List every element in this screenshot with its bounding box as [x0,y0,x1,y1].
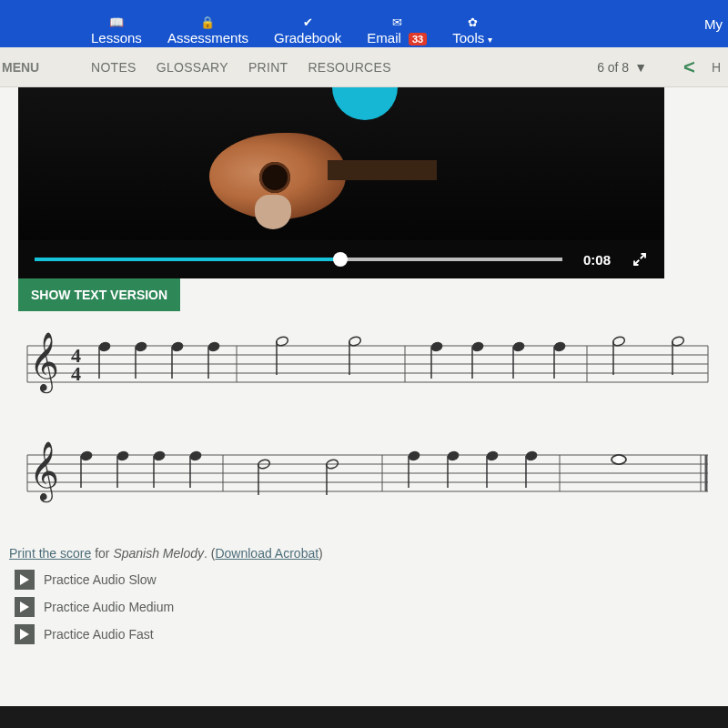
nav-email[interactable]: ✉ Email 33 [367,2,427,46]
nav-tools[interactable]: ✿ Tools ▾ [452,2,492,46]
audio-row-slow: Practice Audio Slow [15,570,728,590]
scrubber-thumb[interactable] [333,252,348,267]
svg-marker-71 [20,574,29,585]
staff-line-1: 𝄞 4 4 [18,328,710,400]
caret-down-icon: ▾ [488,35,492,45]
svg-point-65 [486,450,499,461]
svg-point-31 [553,341,566,352]
menu-button[interactable]: MENU [0,60,55,75]
secondary-tabs: NOTES GLOSSARY PRINT RESOURCES [91,60,391,75]
page-label: 6 of 8 [597,60,629,75]
caret-down-icon: ▼ [634,60,647,75]
svg-point-61 [408,450,420,461]
audio-label-medium: Practice Audio Medium [44,600,174,614]
check-icon: ✔ [303,15,313,28]
audio-label-slow: Practice Audio Slow [44,572,157,587]
svg-point-49 [80,450,93,461]
next-page-button[interactable]: H [712,60,721,75]
email-badge: 33 [409,33,427,46]
gear-icon: ✿ [468,15,478,28]
video-frame [18,87,664,240]
secondary-navigation: MENU NOTES GLOSSARY PRINT RESOURCES 6 of… [0,47,728,87]
nav-lessons[interactable]: 📖 Lessons [91,2,142,46]
staff-line-2: 𝄞 [18,437,710,510]
svg-point-13 [98,341,111,352]
prev-page-button[interactable]: < [683,56,695,79]
svg-point-53 [153,450,166,461]
svg-point-17 [171,341,184,352]
svg-point-25 [430,341,443,352]
svg-point-67 [525,450,538,461]
nav-lessons-label: Lessons [91,30,142,46]
svg-text:𝄞: 𝄞 [29,441,59,503]
nav-tools-label: Tools ▾ [452,30,492,46]
svg-point-15 [135,341,147,352]
play-button-medium[interactable] [15,597,35,617]
bottom-bezel [0,706,728,728]
print-score-link[interactable]: Print the score [9,546,91,561]
svg-point-29 [512,341,525,352]
svg-text:4: 4 [71,362,81,385]
tab-glossary[interactable]: GLOSSARY [157,60,228,75]
nav-gradebook-label: Gradebook [274,30,341,46]
svg-point-51 [116,450,129,461]
svg-point-19 [207,341,220,352]
svg-point-55 [189,450,202,461]
video-controls: 0:08 [18,240,664,278]
svg-point-27 [471,341,484,352]
envelope-icon: ✉ [392,15,402,28]
score-meta: Print the score for Spanish Melody. (Dow… [9,546,728,561]
tab-notes[interactable]: NOTES [91,60,136,75]
music-score: 𝄞 4 4 [18,328,710,510]
video-time: 0:08 [577,252,617,268]
play-button-fast[interactable] [15,624,35,644]
tab-print[interactable]: PRINT [248,60,288,75]
svg-text:𝄞: 𝄞 [29,332,59,394]
nav-gradebook[interactable]: ✔ Gradebook [274,2,341,46]
nav-my[interactable]: My [704,16,723,32]
svg-point-70 [616,456,622,463]
top-navigation: 📖 Lessons 🔒 Assessments ✔ Gradebook ✉ Em… [0,0,728,47]
nav-email-label: Email 33 [367,30,427,46]
audio-row-medium: Practice Audio Medium [15,597,728,617]
fullscreen-icon[interactable] [632,251,648,268]
practice-audio-list: Practice Audio Slow Practice Audio Mediu… [15,570,728,644]
piece-title: Spanish Melody [113,546,204,561]
svg-point-63 [447,450,460,461]
video-still [209,106,410,233]
book-icon: 📖 [109,15,124,28]
page-selector[interactable]: 6 of 8 ▼ [597,60,647,75]
nav-assessments[interactable]: 🔒 Assessments [167,2,248,46]
show-text-version-button[interactable]: SHOW TEXT VERSION [18,278,180,311]
audio-row-fast: Practice Audio Fast [15,624,728,644]
nav-assessments-label: Assessments [167,30,248,46]
page-nav-buttons: < H [683,56,721,79]
audio-label-fast: Practice Audio Fast [44,627,154,642]
video-scrubber[interactable] [35,258,562,261]
video-player[interactable]: 0:08 [18,87,664,278]
play-button-slow[interactable] [15,570,35,590]
svg-marker-72 [20,602,29,612]
lock-icon: 🔒 [200,15,215,28]
download-acrobat-link[interactable]: Download Acrobat [215,546,318,561]
tab-resources[interactable]: RESOURCES [308,60,390,75]
svg-marker-73 [20,629,29,640]
